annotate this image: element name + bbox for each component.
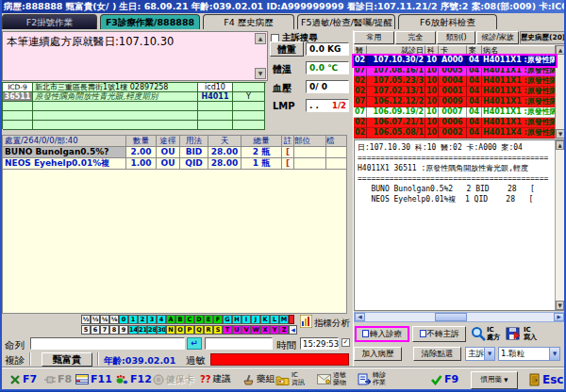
weight-value[interactable]: 0.0 KG (306, 42, 349, 56)
rtab-waiting-family[interactable]: 候診/家族 (476, 31, 519, 44)
magnifier-icon[interactable] (471, 326, 486, 343)
complaint-combobox[interactable]: 主訴 ▼ (465, 347, 495, 361)
diagnosis-empty-row[interactable] (3, 111, 266, 121)
keypad-button[interactable]: J (251, 315, 260, 324)
history-row[interactable]: 02 107.02.13/1 10 0001 04 H4011X1 :原發性隅 (354, 87, 556, 97)
f9-confirm-button[interactable]: F9 (430, 368, 458, 390)
scroll-down-icon[interactable]: ▼ (556, 301, 564, 310)
history-scrollbar[interactable]: ▲ ▼ (555, 45, 564, 139)
keypad-button[interactable]: ½ (81, 315, 91, 324)
drug-group-button[interactable]: 藥組 (242, 368, 275, 390)
keypad-button[interactable]: 8 (109, 325, 119, 335)
keypad-button[interactable]: K (260, 315, 270, 324)
icd10-label[interactable]: icd10 (198, 83, 233, 92)
keypad-button[interactable]: T (223, 325, 232, 335)
diagnosis-empty-row[interactable] (3, 121, 266, 130)
history-row[interactable]: 02 107.05.23/3 10 0004 04 H4011X1 :原發性隅 (354, 76, 556, 87)
suggestion-button[interactable]: ?? 建議 (200, 368, 231, 390)
keypad-button[interactable]: 2 (138, 315, 147, 324)
prescription-row[interactable]: NEOS Eyehelp0.01%複 1.00 OU QID 28.00 1 瓶… (3, 158, 346, 170)
history-row[interactable]: 02 106.05.08/1 10 0002 04 H4011X4 :原發性隅 (354, 128, 556, 139)
time-checkbox[interactable]: ✓ (341, 338, 350, 347)
scroll-up-icon[interactable]: ▲ (556, 140, 564, 150)
keypad-button[interactable]: H (232, 315, 241, 324)
f7-cancel-button[interactable]: F7 (9, 368, 37, 390)
referral-button[interactable]: 轉診 作業 (358, 368, 386, 390)
keypad-red-sliver[interactable] (289, 315, 294, 324)
habit-drug-dropdown-button[interactable]: 慣用藥 ▼ (471, 371, 518, 389)
history-row[interactable]: 07 106.12.12/2 10 0009 04 H4011X1 :原發性隅 (354, 97, 556, 107)
keypad-button[interactable]: ⅓ (91, 315, 100, 324)
keypad-button[interactable]: N (166, 325, 175, 335)
keypad-button[interactable]: Z (279, 325, 289, 335)
ic-prescription-label[interactable]: IC 處方 (487, 327, 500, 341)
indicator-chart-icon[interactable] (300, 315, 312, 330)
history-row[interactable]: 02 107.10.30/2 10 A000 04 H4011X1 :原發性隅 (354, 56, 556, 66)
clear-selection-button[interactable]: 清除點選 (413, 347, 461, 361)
keypad-button[interactable]: 9 (119, 325, 128, 335)
tab-f4-history[interactable]: F4 歷史病歷 (203, 14, 294, 29)
command-input[interactable] (30, 337, 185, 350)
keypad-button[interactable]: 3 (147, 315, 157, 324)
tab-f2-registration[interactable]: F2掛號作業 (2, 14, 97, 29)
diagnosis-row[interactable]: 36511 原發性隅角開放性青光眼,輕度期別 H4011 Y (3, 92, 266, 102)
patient-name-button[interactable]: 甄富貴 (42, 352, 92, 367)
ic-write-diskette-icon[interactable] (506, 326, 521, 343)
chevron-down-icon[interactable]: ▼ (484, 348, 494, 360)
nhi-card-button-disabled[interactable]: 健保卡 (153, 368, 194, 390)
f11-grid-button[interactable]: F11 (75, 368, 112, 390)
tab-f5-allergy-exam[interactable]: F5過敏/檢查/醫囑/提醒 (297, 14, 395, 29)
ic-write-label[interactable]: IC 寫入 (524, 327, 537, 341)
prescription-area[interactable]: 處置/264/0/0/部:40 數量 途徑 用法 天 總量 註 部位 檔 BUN… (2, 135, 347, 314)
scroll-left-icon[interactable]: ◀ (355, 313, 365, 321)
keypad-button[interactable]: W (251, 325, 260, 335)
keypad-button[interactable]: D (194, 315, 204, 324)
keypad-button[interactable]: 6 (91, 325, 100, 335)
keypad-button[interactable]: 30 (157, 325, 166, 335)
rtab-category[interactable]: 類別() (437, 31, 475, 44)
detail-hscrollbar[interactable]: ◀ ▶ (354, 312, 565, 322)
history-row[interactable]: 07 106.09.19/2 10 0007 04 H4011X1 :原發性隅 (354, 107, 556, 118)
keypad-button[interactable]: S (213, 325, 223, 335)
keypad-button[interactable]: F (213, 315, 223, 324)
keypad-button[interactable]: O (175, 325, 185, 335)
visit-detail-box[interactable]: 日:107.10.30 科:10 醫:02 卡:A000 案:04 ======… (354, 139, 565, 311)
keypad-button[interactable]: ¼ (100, 315, 109, 324)
keypad-button[interactable]: Q (194, 325, 204, 335)
temperature-value[interactable]: 0.0 ℃ (306, 61, 349, 74)
f8-button-disabled[interactable]: F8 (43, 368, 72, 390)
prescription-row[interactable]: BUNO Bunolgan0.5%? 2.00 OU BID 28.00 2 瓶… (3, 147, 346, 158)
keypad-button[interactable]: ⅛ (109, 315, 119, 324)
diagnosis-header-row[interactable]: ICD-9 新北市三重區長壽街1號1樓 02897258 icd10 (3, 83, 266, 92)
keypad-button[interactable]: I (241, 315, 251, 324)
history-row[interactable]: 02 106.07.21/1 10 0006 04 H4011X1 :原發性隅 (354, 118, 556, 128)
rtab-common[interactable]: 常用 (354, 31, 394, 44)
keypad-button[interactable]: 0 (119, 315, 128, 324)
prescription-memo[interactable]: 本筆連續處方原就醫日:107.10.30 ▲ ▼ (2, 31, 268, 81)
keypad-button[interactable]: A (166, 315, 175, 324)
enter-icon[interactable]: ↵ (187, 337, 202, 350)
keypad-button[interactable]: Y (270, 325, 279, 335)
keypad-button[interactable]: M (279, 315, 289, 324)
memo-scroll-down-icon[interactable]: ▼ (255, 68, 266, 79)
keypad-button[interactable]: 14 (128, 325, 138, 335)
weight-button[interactable]: 體重 (270, 41, 304, 57)
hscrollbar-thumb[interactable] (435, 313, 467, 321)
indicator-analysis-label[interactable]: 指標分析 (314, 318, 350, 330)
add-record-button[interactable]: 加入病歷 (354, 347, 402, 361)
allergy-drug-button[interactable]: 過敏 藥物 (317, 368, 346, 390)
keypad-button[interactable]: 28 (147, 325, 157, 335)
keypad-button[interactable]: R (204, 325, 213, 335)
keypad-button[interactable]: C (185, 315, 194, 324)
dose-form-combobox[interactable]: 1.顆粒 ▼ (498, 347, 560, 361)
keypad-button[interactable]: G (223, 315, 232, 324)
keypad-button[interactable]: 21 (138, 325, 147, 335)
keypad-button[interactable]: 1 (128, 315, 138, 324)
memo-scroll-up-icon[interactable]: ▲ (255, 33, 266, 44)
lmp-value[interactable]: . . 1/2 (306, 99, 349, 112)
scroll-right-icon[interactable]: ▶ (554, 313, 564, 321)
transfer-to-treatment-button[interactable]: 轉入診療 (355, 326, 409, 342)
keypad-button[interactable]: 5 (81, 325, 91, 335)
keypad-button[interactable]: V (241, 325, 251, 335)
keypad-button[interactable]: 7 (100, 325, 109, 335)
